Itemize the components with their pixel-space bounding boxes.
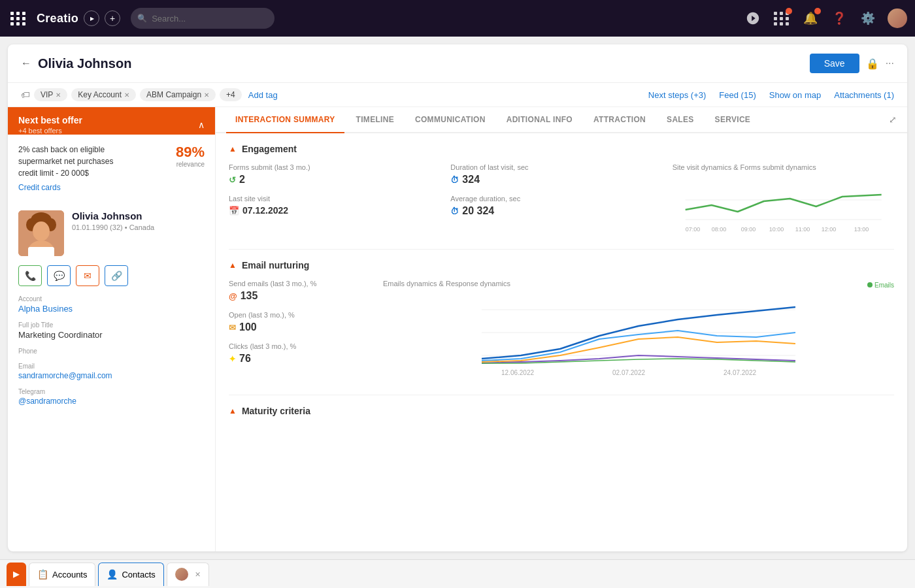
tab-communication[interactable]: COMMUNICATION (406, 107, 495, 133)
maturity-arrow-icon: ▲ (229, 406, 237, 416)
telegram-field: Telegram @sandramorche (18, 388, 205, 406)
send-emails-value: 135 (241, 290, 258, 302)
svg-point-5 (33, 221, 50, 241)
apps-menu-button[interactable] (8, 8, 29, 29)
back-button[interactable]: ← (21, 57, 31, 69)
left-panel: Next best offer +4 best offers ∧ 2% cash… (8, 107, 216, 551)
tag-abm-close[interactable]: ✕ (204, 91, 209, 99)
next-steps-link[interactable]: Next steps (+3) (648, 90, 707, 100)
search-input[interactable] (131, 8, 274, 29)
tag-key-account[interactable]: Key Account ✕ (71, 88, 136, 101)
record-header: ← Olivia Johnson Save 🔒 ··· (8, 44, 907, 83)
help-icon-button[interactable]: ❓ (830, 9, 848, 27)
engagement-chart: 07:00 08:00 09:00 10:00 11:00 12:00 13:0… (673, 174, 894, 236)
taskbar-contacts[interactable]: 👤 Contacts (98, 563, 163, 586)
studio-icon-button[interactable] (744, 9, 762, 27)
taskbar-pinned-item[interactable]: ▶ (7, 563, 26, 586)
tab-timeline[interactable]: TIMELINE (347, 107, 403, 133)
apps-grid-icon-button[interactable] (773, 9, 791, 27)
feed-link[interactable]: Feed (15) (719, 90, 756, 100)
play-button[interactable] (84, 10, 99, 26)
email-section-grid: Send emails (last 3 mo.), % @ 135 Open (… (229, 280, 894, 384)
svg-text:10:00: 10:00 (769, 226, 784, 233)
nav-right-icons: 🔔 ❓ ⚙️ (744, 8, 907, 28)
section-divider-1 (229, 249, 894, 250)
pinned-icon: ▶ (13, 569, 20, 579)
taskbar-olivia[interactable]: ✕ (167, 563, 209, 586)
record-actions: Save 🔒 ··· (810, 54, 894, 73)
attachments-link[interactable]: Attachments (1) (834, 90, 894, 100)
telegram-value[interactable]: @sandramorche (18, 397, 205, 406)
tab-sales[interactable]: SALES (657, 107, 703, 133)
accounts-label: Accounts (52, 570, 87, 580)
svg-text:12.06.2022: 12.06.2022 (501, 369, 534, 376)
open-emails-value: 100 (239, 321, 257, 333)
user-avatar[interactable] (888, 8, 907, 28)
contact-name: Olivia Johnson (72, 210, 205, 221)
chat-button[interactable]: 💬 (47, 265, 71, 286)
avg-duration-value: 20 324 (462, 205, 494, 217)
lock-icon[interactable]: 🔒 (866, 57, 879, 70)
offer-link[interactable]: Credit cards (18, 183, 123, 192)
tab-interaction-summary[interactable]: INTERACTION SUMMARY (226, 107, 344, 133)
engagement-title: Engagement (242, 144, 297, 154)
record-title: Olivia Johnson (38, 56, 131, 71)
call-button[interactable]: 📞 (18, 265, 42, 286)
taskbar-accounts[interactable]: 📋 Accounts (29, 563, 95, 586)
add-tag-button[interactable]: Add tag (248, 90, 278, 100)
account-field: Account Alpha Busines (18, 295, 205, 314)
email-legend: Emails (874, 282, 894, 289)
app-logo: Creatio (37, 12, 78, 25)
show-on-map-link[interactable]: Show on map (769, 90, 822, 100)
social-button[interactable]: 🔗 (105, 265, 128, 286)
duration-value: 324 (462, 174, 480, 186)
tab-attraction[interactable]: ATTRACTION (584, 107, 655, 133)
taskbar: ▶ 📋 Accounts 👤 Contacts ✕ (0, 559, 915, 588)
maturity-section-header[interactable]: ▲ Maturity criteria (229, 406, 894, 416)
maturity-title: Maturity criteria (242, 406, 310, 416)
tabs-bar: INTERACTION SUMMARY TIMELINE COMMUNICATI… (216, 107, 907, 133)
clock2-icon: ⏱ (450, 206, 459, 216)
phone-field: Phone (18, 348, 205, 355)
tag-abm-campaign[interactable]: ABM Campaign ✕ (140, 88, 216, 101)
save-button[interactable]: Save (810, 54, 859, 73)
clicks-icon: ✦ (229, 354, 236, 364)
top-navigation: Creatio + 🔍 🔔 ❓ ⚙️ (0, 0, 915, 37)
add-button[interactable]: + (105, 10, 120, 26)
offer-relevance: relevance (176, 161, 205, 168)
send-icon: @ (229, 291, 237, 301)
svg-text:02.07.2022: 02.07.2022 (612, 369, 645, 376)
taskbar-close-icon[interactable]: ✕ (195, 570, 201, 579)
more-options-icon[interactable]: ··· (886, 57, 894, 69)
search-wrapper: 🔍 (131, 8, 274, 29)
tab-additional-info[interactable]: ADITIONAL INFO (497, 107, 582, 133)
offer-chevron-icon[interactable]: ∧ (198, 120, 205, 130)
telegram-label: Telegram (18, 388, 205, 395)
engagement-section-header[interactable]: ▲ Engagement (229, 144, 894, 154)
notifications-icon-button[interactable]: 🔔 (801, 9, 820, 27)
account-label: Account (18, 295, 205, 302)
email-chart-title: Emails dynamics & Response dynamics (383, 280, 510, 287)
forms-submit-metric: Forms submit (last 3 mo.) ↺ 2 (229, 163, 450, 186)
settings-icon-button[interactable]: ⚙️ (859, 9, 877, 27)
last-visit-metric: Last site visit 📅 07.12.2022 (229, 195, 450, 216)
email-button[interactable]: ✉ (76, 265, 99, 286)
tag-vip-close[interactable]: ✕ (56, 91, 61, 99)
tab-service[interactable]: SERVICE (706, 107, 760, 133)
email-nurturing-header[interactable]: ▲ Email nurturing (229, 260, 894, 270)
svg-text:13:00: 13:00 (854, 226, 869, 233)
email-chart-container: Emails dynamics & Response dynamics Emai… (383, 280, 894, 384)
email-value[interactable]: sandramorche@gmail.com (18, 371, 205, 380)
offer-percent: 89% (176, 144, 205, 161)
account-value[interactable]: Alpha Busines (18, 304, 205, 314)
last-visit-value: 07.12.2022 (242, 205, 288, 216)
open-emails-metric: Open (last 3 mo.), % ✉ 100 (229, 311, 373, 333)
offer-description: 2% cash back on eligible supermarket net… (18, 144, 123, 179)
tag-vip[interactable]: VIP ✕ (34, 88, 67, 101)
tag-more[interactable]: +4 (220, 88, 242, 101)
record-body: Next best offer +4 best offers ∧ 2% cash… (8, 107, 907, 551)
tag-key-account-close[interactable]: ✕ (124, 91, 129, 99)
expand-icon[interactable]: ⤢ (889, 114, 897, 125)
engagement-chart-title: Site visit dynamics & Forms submit dynam… (673, 163, 894, 171)
svg-rect-7 (28, 247, 54, 256)
